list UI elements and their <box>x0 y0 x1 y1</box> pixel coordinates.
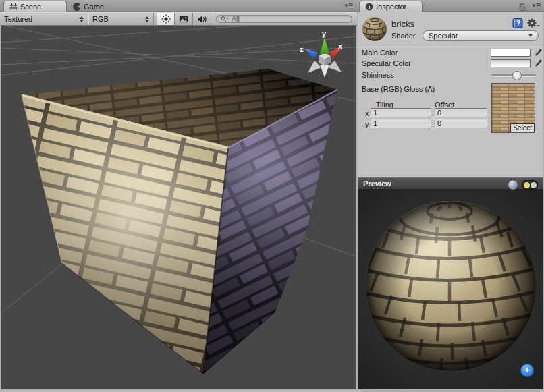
inspector-panel-menu-icon[interactable]: ▾≡ <box>532 1 541 9</box>
sun-icon <box>161 14 171 24</box>
add-button[interactable]: + <box>520 364 534 377</box>
dropdown-arrows-icon <box>80 16 84 22</box>
lighting-toggle-button[interactable] <box>157 13 175 25</box>
preview-sphere-button[interactable] <box>508 179 518 190</box>
scene-toolbar: Textured RGB <box>0 12 357 26</box>
color-mode-dropdown[interactable]: RGB <box>88 13 154 25</box>
inspector-tabbar: i Inspector ▾≡ <box>357 0 544 12</box>
preview-sphere-render[interactable] <box>358 190 543 389</box>
grid-icon <box>9 3 18 11</box>
tiling-x-input[interactable] <box>371 109 431 117</box>
image-icon <box>179 16 188 23</box>
light-on-dot-icon <box>524 182 530 188</box>
chevron-down-icon <box>528 34 533 37</box>
offset-y-field[interactable] <box>435 119 487 128</box>
offset-x-field[interactable] <box>435 108 487 117</box>
svg-text:?: ? <box>516 20 520 27</box>
tiling-y-label: y <box>365 120 369 128</box>
search-icon <box>221 16 229 23</box>
draw-mode-value: Textured <box>4 15 32 23</box>
base-texture-thumbnail[interactable]: Select <box>491 83 535 133</box>
help-book-icon[interactable]: ? <box>512 18 523 28</box>
audio-toggle-button[interactable] <box>193 13 211 25</box>
speaker-icon <box>197 15 207 24</box>
tiling-y-input[interactable] <box>371 119 431 128</box>
info-icon: i <box>365 3 373 11</box>
shader-label: Shader <box>391 32 415 40</box>
draw-mode-dropdown[interactable]: Textured <box>0 13 88 25</box>
preview-area[interactable]: + <box>358 190 543 389</box>
separator <box>358 45 543 45</box>
shininess-label: Shininess <box>362 71 394 79</box>
gizmo-x-label: x <box>338 42 343 50</box>
eyedropper-icon[interactable] <box>534 59 543 67</box>
scene-panel-menu-icon[interactable]: ▾≡ <box>344 1 353 9</box>
pacman-icon <box>73 3 81 11</box>
light-off-dot-icon <box>531 182 537 188</box>
eyedropper-icon[interactable] <box>534 48 543 57</box>
scene-search-field[interactable] <box>216 15 352 23</box>
tab-scene[interactable]: Scene <box>3 1 67 12</box>
preview-title: Preview <box>363 179 391 188</box>
color-mode-value: RGB <box>92 15 109 23</box>
material-sphere-thumbnail <box>362 16 387 42</box>
unlock-icon[interactable] <box>518 3 526 11</box>
scene-viewport[interactable]: y x z <box>1 26 356 389</box>
gizmo-z-label: z <box>300 45 304 53</box>
tiling-x-label: x <box>365 109 369 117</box>
base-texture-label: Base (RGB) Gloss (A) <box>362 85 435 93</box>
skybox-fx-toggle-button[interactable] <box>175 13 193 25</box>
gizmo-y-label: y <box>322 30 327 38</box>
search-input[interactable] <box>230 14 348 24</box>
tab-game[interactable]: Game <box>67 1 132 12</box>
shader-dropdown[interactable]: Specular <box>423 30 539 41</box>
texture-select-button[interactable]: Select <box>510 123 535 132</box>
unity-editor-window: Scene Game ▾≡ Textured RGB <box>0 0 544 392</box>
tiling-x-field[interactable] <box>371 108 431 117</box>
offset-y-input[interactable] <box>435 119 487 128</box>
inspector-panel: bricks Shader Specular ? Main Color <box>358 12 543 177</box>
tab-game-label: Game <box>84 3 104 11</box>
shininess-slider-handle[interactable] <box>512 71 522 80</box>
main-color-swatch[interactable] <box>491 49 531 57</box>
tab-inspector[interactable]: i Inspector <box>359 1 423 12</box>
tiling-y-field[interactable] <box>371 119 431 128</box>
material-name: bricks <box>391 19 414 29</box>
gear-menu-icon[interactable] <box>526 18 540 28</box>
specular-color-label: Specular Color <box>362 59 411 67</box>
preview-light-toggle[interactable] <box>522 180 538 190</box>
specular-color-swatch[interactable] <box>491 59 531 67</box>
preview-header: Preview <box>358 177 543 190</box>
offset-x-input[interactable] <box>435 109 487 117</box>
tab-scene-label: Scene <box>20 3 41 11</box>
tab-inspector-label: Inspector <box>376 3 406 11</box>
dropdown-arrows-icon <box>145 16 149 22</box>
main-color-label: Main Color <box>362 49 398 57</box>
scene-tabbar: Scene Game ▾≡ <box>0 0 357 12</box>
shader-value: Specular <box>429 32 458 40</box>
